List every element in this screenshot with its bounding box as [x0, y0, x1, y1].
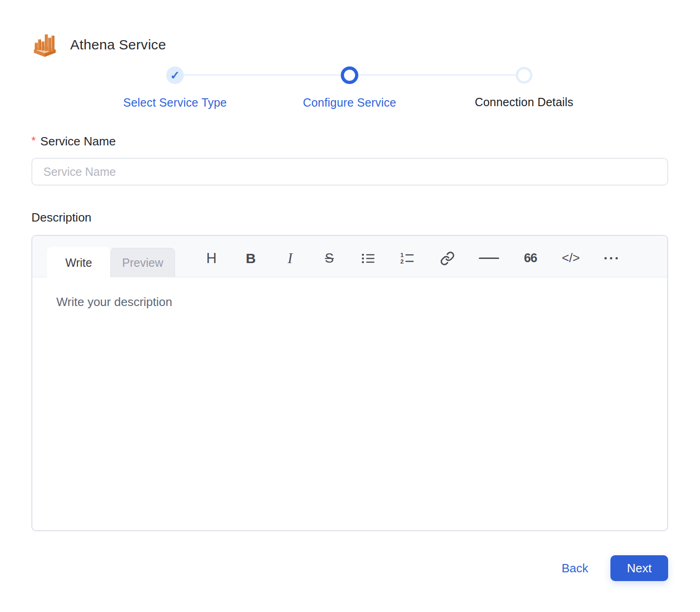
step-label-select-service-type: Select Service Type — [123, 96, 227, 109]
step-current-dot — [341, 66, 358, 84]
svg-text:1: 1 — [400, 252, 404, 258]
editor-toolbar-bar: Write Preview H B I S — [32, 236, 667, 277]
step-upcoming-dot — [516, 67, 532, 84]
service-name-label: * Service Name — [31, 134, 669, 149]
next-button[interactable]: Next — [610, 555, 668, 581]
page-header: Athena Service — [31, 31, 669, 58]
horizontal-rule-icon[interactable] — [479, 249, 499, 268]
numbered-list-icon[interactable]: 1 2 — [400, 249, 416, 268]
step-select-service-type[interactable]: ✓ Select Service Type — [88, 66, 262, 109]
required-asterisk: * — [31, 134, 36, 147]
editor-toolbar: H B I S 1 2 — [175, 236, 667, 277]
strikethrough-icon[interactable]: S — [321, 249, 337, 268]
description-editor: Write Preview H B I S — [31, 235, 668, 531]
tab-write[interactable]: Write — [47, 247, 110, 278]
step-label-configure-service: Configure Service — [303, 96, 396, 109]
athena-service-logo-icon — [31, 31, 58, 58]
wizard-footer: Back Next — [31, 555, 668, 581]
page-title: Athena Service — [70, 37, 166, 53]
check-icon: ✓ — [170, 70, 180, 81]
quote-icon[interactable]: 66 — [523, 249, 538, 268]
heading-icon[interactable]: H — [204, 249, 219, 268]
bold-icon[interactable]: B — [243, 249, 259, 268]
service-name-input[interactable] — [31, 158, 668, 186]
description-input[interactable] — [32, 277, 667, 530]
editor-tabs: Write Preview — [47, 247, 175, 277]
step-configure-service[interactable]: Configure Service — [262, 66, 437, 109]
back-button[interactable]: Back — [561, 561, 588, 576]
link-icon[interactable] — [440, 249, 455, 268]
more-icon[interactable] — [603, 249, 619, 268]
wizard-stepper: ✓ Select Service Type Configure Service … — [88, 66, 611, 109]
svg-text:2: 2 — [400, 258, 404, 265]
editor-content-area — [32, 277, 667, 530]
italic-icon[interactable]: I — [282, 249, 298, 268]
bulleted-list-icon[interactable] — [361, 249, 376, 268]
code-icon[interactable]: </> — [562, 249, 580, 268]
step-label-connection-details: Connection Details — [475, 96, 573, 109]
step-connection-details[interactable]: Connection Details — [437, 66, 611, 109]
step-completed-dot: ✓ — [166, 66, 184, 84]
configure-service-page: Athena Service ✓ Select Service Type Con… — [0, 0, 700, 581]
tab-preview[interactable]: Preview — [110, 248, 175, 277]
description-label: Description — [31, 210, 669, 225]
service-name-label-text: Service Name — [40, 134, 115, 149]
